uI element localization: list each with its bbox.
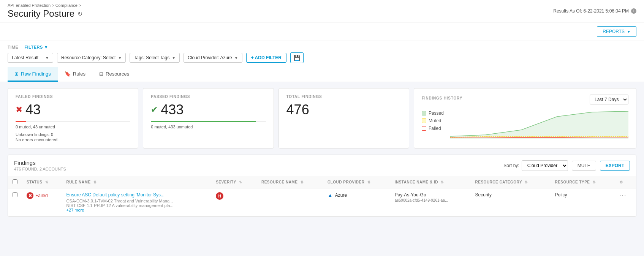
breadcrumb: API-enabled Protection > Compliance > (8, 3, 82, 8)
export-button[interactable]: EXPORT (600, 161, 630, 171)
findings-title-area: Findings 476 FOUND, 2 ACCOUNTS (14, 160, 66, 171)
history-label: FINDINGS HISTORY (422, 96, 462, 100)
resource-category-select[interactable]: Resource Category: Select ▼ (57, 53, 126, 63)
passed-icon: ✔ (151, 105, 158, 115)
severity-badge: H (216, 192, 223, 200)
resource-category-chevron: ▼ (118, 56, 122, 60)
instance-id-text: ae59002a-cfd5-4149-9261-aa... (395, 198, 466, 202)
refresh-icon[interactable]: ↻ (78, 10, 82, 17)
mute-button[interactable]: MUTE (572, 161, 596, 171)
findings-header: Findings 476 FOUND, 2 ACCOUNTS Sort by: … (8, 155, 636, 176)
findings-actions: Sort by: Cloud Provider MUTE EXPORT (503, 160, 630, 171)
cloud-provider-chevron: ▼ (234, 56, 238, 60)
rule-more-link[interactable]: +27 more (66, 208, 207, 212)
th-resource-type: RESOURCE TYPE ⇅ (550, 176, 615, 188)
sort-by-label: Sort by: Cloud Provider (503, 160, 568, 171)
row-checkbox[interactable] (13, 192, 17, 197)
history-period-select[interactable]: Last 7 Days (590, 95, 628, 104)
resource-name-sort-icon[interactable]: ⇅ (301, 180, 304, 184)
status-sort-icon[interactable]: ⇅ (45, 180, 49, 184)
legend-muted-label: Muted (429, 118, 441, 123)
filters-controls: Latest Result ▼ Resource Category: Selec… (8, 52, 636, 63)
total-value-row: 476 (286, 102, 401, 118)
th-resource-name: RESOURCE NAME ⇅ (257, 176, 323, 188)
tags-select[interactable]: Tags: Select Tags ▼ (130, 53, 180, 63)
row-actions-cell: ··· (615, 188, 636, 216)
filters-row-labels: TIME FILTERS ▼ (8, 45, 636, 49)
table-container: STATUS ⇅ RULE NAME ⇅ SEVERITY ⇅ RESOURCE… (8, 176, 636, 216)
results-as-of: Results As Of: 6-22-2021 5:06:04 PM (553, 8, 629, 14)
cloud-provider-value: ▲ Azure (328, 192, 386, 198)
rule-name-sort-icon[interactable]: ⇅ (93, 180, 97, 184)
findings-title: Findings (14, 160, 66, 166)
th-resource-category: RESOURCE CATEGORY ⇅ (471, 176, 551, 188)
failed-sub3: No errors encountered. (16, 137, 130, 142)
top-bar: API-enabled Protection > Compliance > Se… (0, 0, 644, 22)
legend-failed-box (422, 126, 426, 131)
instance-name-text: Pay-As-You-Go (395, 192, 466, 198)
cloud-provider-select[interactable]: Cloud Provider: Azure ▼ (184, 53, 242, 63)
legend-failed: Failed (422, 126, 444, 131)
resource-type-cell: Policy (550, 188, 615, 216)
add-filter-button[interactable]: + ADD FILTER (246, 53, 286, 63)
failed-icon: ✖ (16, 105, 22, 115)
table-header-row: STATUS ⇅ RULE NAME ⇅ SEVERITY ⇅ RESOURCE… (8, 176, 636, 188)
passed-progress-bar (151, 121, 266, 122)
rule-name-text[interactable]: Ensure ASC Default policy setting 'Monit… (66, 192, 207, 198)
instance-sort-icon[interactable]: ⇅ (441, 180, 444, 184)
save-filter-button[interactable]: 💾 (290, 52, 304, 63)
main-content: FAILED FINDINGS ✖ 43 0 muted, 43 unmuted… (0, 82, 644, 223)
passed-label: PASSED FINDINGS (151, 95, 266, 99)
legend-muted-box (422, 119, 426, 123)
rule-name-cell: Ensure ASC Default policy setting 'Monit… (62, 188, 212, 216)
resource-name-cell (257, 188, 323, 216)
legend-passed-box (422, 111, 426, 115)
resources-icon: ⊟ (99, 71, 103, 77)
tab-raw-findings[interactable]: ⊞ Raw Findings (8, 67, 58, 82)
th-cloud-provider: CLOUD PROVIDER ⇅ (323, 176, 390, 188)
findings-table: STATUS ⇅ RULE NAME ⇅ SEVERITY ⇅ RESOURCE… (8, 176, 636, 216)
failed-sub1: 0 muted, 43 unmuted (16, 125, 130, 129)
history-chart (450, 109, 628, 139)
th-settings: ⚙ (615, 176, 636, 188)
rules-icon: 🔖 (65, 71, 71, 77)
reports-toolbar: REPORTS ▼ (0, 22, 644, 41)
filters-chevron-icon: ▼ (44, 45, 48, 49)
table-row: ✖ Failed Ensure ASC Default policy setti… (8, 188, 636, 216)
th-severity: SEVERITY ⇅ (211, 176, 257, 188)
failed-number: 43 (25, 102, 41, 118)
rule-sub2: NIST-CSF-1.1-PR.IP-12 A vulnerability ma… (66, 203, 207, 208)
failed-findings-card: FAILED FINDINGS ✖ 43 0 muted, 43 unmuted… (8, 88, 138, 149)
filters-toggle[interactable]: FILTERS ▼ (24, 45, 48, 49)
reports-button[interactable]: REPORTS ▼ (597, 26, 636, 37)
cloud-provider-sort-icon[interactable]: ⇅ (367, 180, 371, 184)
total-findings-card: TOTAL FINDINGS 476 (278, 88, 409, 149)
th-select-all (8, 176, 22, 188)
resource-category-sort-icon[interactable]: ⇅ (525, 180, 528, 184)
page-title: Security Posture ↻ (8, 8, 82, 19)
passed-findings-card: PASSED FINDINGS ✔ 433 0 muted, 433 unmut… (143, 88, 274, 149)
resource-type-sort-icon[interactable]: ⇅ (593, 180, 596, 184)
tab-resources[interactable]: ⊟ Resources (92, 67, 136, 82)
sort-by-select[interactable]: Cloud Provider (522, 160, 568, 171)
tab-rules[interactable]: 🔖 Rules (58, 67, 92, 82)
passed-sub1: 0 muted, 433 unmuted (151, 125, 266, 129)
legend-passed: Passed (422, 111, 444, 116)
row-more-icon[interactable]: ··· (619, 192, 627, 199)
time-select[interactable]: Latest Result ▼ (8, 53, 53, 63)
time-select-chevron: ▼ (45, 56, 49, 60)
failed-label: FAILED FINDINGS (16, 95, 130, 99)
time-label: TIME (8, 45, 18, 49)
info-icon[interactable]: i (631, 8, 636, 14)
select-all-checkbox[interactable] (13, 179, 17, 184)
table-settings-icon[interactable]: ⚙ (619, 180, 623, 184)
passed-number: 433 (161, 102, 184, 118)
azure-icon: ▲ (328, 192, 333, 198)
legend-failed-label: Failed (429, 126, 441, 131)
severity-cell: H (211, 188, 257, 216)
history-header: FINDINGS HISTORY Last 7 Days (422, 95, 628, 104)
th-instance-name: INSTANCE NAME & ID ⇅ (390, 176, 471, 188)
severity-sort-icon[interactable]: ⇅ (239, 180, 242, 184)
status-failed: ✖ Failed (27, 192, 57, 199)
rule-sub1: CSA-CCM-3.0.1-TVM-02 Threat and Vulnerab… (66, 199, 207, 203)
